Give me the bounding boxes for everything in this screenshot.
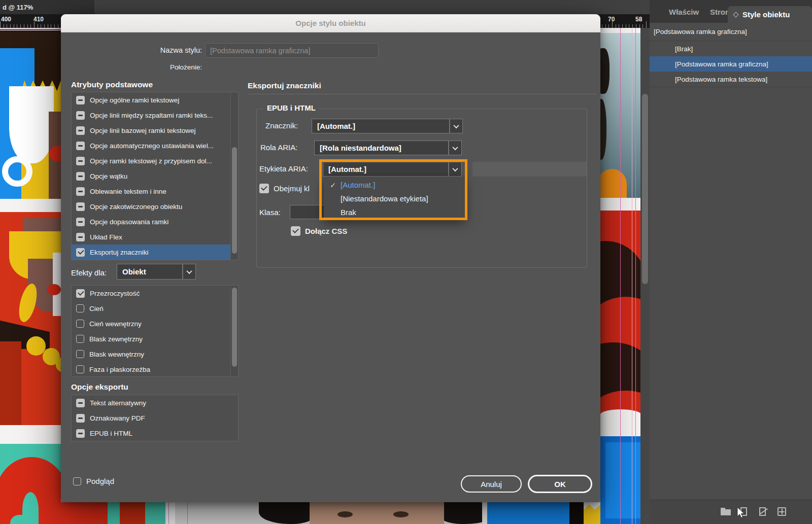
current-style-field[interactable]: [Podstawowa ramka graficzna] <box>650 23 812 41</box>
check-icon: ✓ <box>329 181 337 189</box>
partial-checkbox-icon[interactable] <box>76 142 85 150</box>
partial-checkbox-icon[interactable] <box>76 126 85 135</box>
list-item[interactable]: EPUB i HTML <box>72 426 238 441</box>
empty-checkbox-icon[interactable] <box>76 320 84 328</box>
list-item[interactable]: Oznakowany PDF <box>72 410 238 426</box>
list-scrollbar-thumb[interactable] <box>232 288 237 367</box>
cancel-button[interactable]: Anuluj <box>461 475 522 493</box>
menu-item-custom-label[interactable]: [Niestandardowa etykieta] <box>324 192 465 205</box>
list-item[interactable]: Blask wewnętrzny <box>72 346 238 362</box>
chevron-down-icon[interactable] <box>450 119 463 133</box>
list-item[interactable]: Blask zewnętrzny <box>72 331 238 346</box>
list-scrollbar-thumb[interactable] <box>232 147 237 254</box>
list-item[interactable]: Opcje linii między szpaltami ramki teks.… <box>72 108 238 123</box>
tab-properties[interactable]: Właściw <box>669 8 699 16</box>
aria-label-dropdown[interactable]: [Automat.] <box>323 162 462 177</box>
style-item-basic-graphics-frame[interactable]: [Podstawowa ramka graficzna] <box>650 56 812 72</box>
empty-checkbox-icon[interactable] <box>76 304 84 312</box>
artwork-poster-2 <box>0 212 61 425</box>
tag-dropdown[interactable]: [Automat.] <box>312 119 463 133</box>
checked-checkbox-icon[interactable] <box>291 226 300 236</box>
ruler-label: 400 <box>1 16 11 23</box>
partial-checkbox-icon[interactable] <box>76 187 85 196</box>
dialog-titlebar[interactable]: Opcje stylu obiektu <box>61 14 600 32</box>
menu-item-automatic[interactable]: ✓ [Automat.] <box>324 178 465 192</box>
include-css-label: Dołącz CSS <box>305 227 347 235</box>
list-item[interactable]: Opcje automatycznego ustawiania wiel... <box>72 138 238 153</box>
guide-horizontal[interactable] <box>0 29 61 30</box>
guide-vertical[interactable] <box>187 502 188 524</box>
empty-checkbox-icon[interactable] <box>76 335 84 343</box>
list-item[interactable]: Opcje wątku <box>72 168 238 184</box>
partial-checkbox-icon[interactable] <box>76 218 85 226</box>
chevron-down-icon[interactable] <box>449 141 462 155</box>
page-area-left <box>0 28 61 524</box>
panel-tabbar: Właściw Strony Style obiektu <box>650 0 812 23</box>
list-item-export-tagging[interactable]: Eksportuj znaczniki <box>72 244 231 260</box>
partial-checkbox-icon[interactable] <box>76 172 85 181</box>
tab-object-styles[interactable]: Style obiektu <box>728 6 812 23</box>
object-style-options-dialog: Opcje stylu obiektu Nazwa stylu: [Podsta… <box>61 14 600 502</box>
clear-attributes-icon[interactable] <box>758 507 769 516</box>
list-item[interactable]: Cień <box>72 301 238 316</box>
guide-vertical[interactable] <box>635 28 636 524</box>
list-item[interactable]: Opcje ramki tekstowej z przypisem dol... <box>72 153 238 168</box>
create-new-style-icon[interactable] <box>777 507 788 516</box>
list-item[interactable]: Tekst alternatywny <box>72 395 238 410</box>
partial-checkbox-icon[interactable] <box>76 429 85 438</box>
list-item[interactable]: Opcje linii bazowej ramki tekstowej <box>72 123 238 138</box>
list-item[interactable]: Oblewanie tekstem i inne <box>72 184 238 199</box>
checked-checkbox-icon[interactable] <box>76 289 85 298</box>
empty-checkbox-icon[interactable] <box>76 350 84 358</box>
document-scrollbar-thumb[interactable] <box>642 94 648 284</box>
menu-item-none[interactable]: Brak <box>324 205 465 219</box>
canvas-bottom-strip <box>61 502 650 524</box>
partial-checkbox-icon[interactable] <box>76 157 85 165</box>
aria-role-dropdown[interactable]: [Rola niestandardowa] <box>314 141 462 155</box>
document-tab[interactable]: d @ 117% <box>0 0 94 14</box>
style-item-none[interactable]: [Brak] <box>650 41 812 56</box>
export-options-header: Opcje eksportu <box>71 382 128 392</box>
empty-checkbox-icon[interactable] <box>76 365 84 373</box>
panels-dock: Właściw Strony Style obiektu [Podstawowa… <box>650 0 812 524</box>
new-style-group-folder-icon[interactable] <box>721 507 732 516</box>
list-item[interactable]: Faza i płaskorzeźba <box>72 362 238 377</box>
list-scrollbar[interactable] <box>230 286 238 376</box>
aria-label-value: [Automat.] <box>328 165 366 173</box>
partial-checkbox-icon[interactable] <box>76 96 85 104</box>
document-scrollbar[interactable] <box>640 28 650 524</box>
style-name-input[interactable]: [Podstawowa ramka graficzna] <box>205 43 379 58</box>
partial-checkbox-icon[interactable] <box>76 111 85 120</box>
partial-checkbox-icon[interactable] <box>76 202 85 211</box>
aria-role-value: [Rola niestandardowa] <box>320 144 401 152</box>
partial-checkbox-icon[interactable] <box>76 399 85 407</box>
include-classes-checkbox-row[interactable]: Obejmuj kl <box>259 184 310 193</box>
list-scrollbar[interactable] <box>230 92 238 260</box>
guide-vertical[interactable] <box>168 502 169 524</box>
aria-label-menu: ✓ [Automat.] [Niestandardowa etykieta] B… <box>324 177 465 219</box>
guide-vertical[interactable] <box>620 28 621 524</box>
style-item-basic-text-frame[interactable]: [Podstawowa ramka tekstowa] <box>650 72 812 87</box>
artwork-poster-1 <box>0 30 61 199</box>
list-item[interactable]: Opcje dopasowania ramki <box>72 214 238 229</box>
partial-checkbox-icon[interactable] <box>76 414 85 423</box>
partial-checkbox-icon[interactable] <box>76 233 85 241</box>
ok-button[interactable]: OK <box>528 475 592 493</box>
epub-html-groupbox: EPUB i HTML Znacznik: [Automat.] Rola AR… <box>256 109 587 268</box>
list-item[interactable]: Cień wewnętrzny <box>72 316 238 331</box>
list-item[interactable]: Opcje zakotwiczonego obiektu <box>72 199 238 214</box>
chevron-down-icon[interactable] <box>449 162 462 177</box>
list-item[interactable]: Przezroczystość <box>72 286 238 301</box>
list-item[interactable]: Opcje ogólne ramki tekstowej <box>72 92 238 108</box>
checked-checkbox-icon[interactable] <box>76 248 85 257</box>
guide-vertical[interactable] <box>632 28 632 524</box>
section-divider <box>248 94 597 94</box>
checked-checkbox-icon[interactable] <box>259 184 269 193</box>
preview-checkbox-row[interactable]: Podgląd <box>73 477 114 485</box>
chevron-down-icon[interactable] <box>183 264 196 280</box>
aria-label-text-input[interactable] <box>472 162 587 177</box>
empty-checkbox-icon[interactable] <box>73 477 81 485</box>
effects-for-dropdown[interactable]: Obiekt <box>117 264 196 280</box>
include-css-checkbox-row[interactable]: Dołącz CSS <box>291 226 347 236</box>
list-item[interactable]: Układ Flex <box>72 229 238 244</box>
